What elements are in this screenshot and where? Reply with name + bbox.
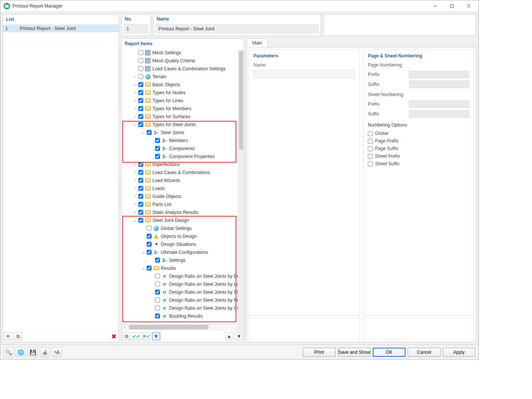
- tree-checkbox[interactable]: [155, 258, 160, 263]
- tree-item[interactable]: ψBuckling Results: [122, 312, 244, 320]
- tree-item[interactable]: ›Basic Objects: [122, 81, 244, 89]
- expander-icon[interactable]: ⌄: [132, 218, 138, 222]
- tree-checkbox[interactable]: [155, 282, 160, 287]
- tree-item[interactable]: ›Static Analysis Results: [122, 208, 244, 216]
- tree-checkbox[interactable]: [147, 242, 152, 247]
- tree-item[interactable]: ›Imperfections: [122, 160, 244, 168]
- expander-icon[interactable]: ›: [132, 170, 138, 174]
- help-icon[interactable]: 🔍: [3, 347, 13, 357]
- option-checkbox[interactable]: [368, 154, 373, 159]
- refresh-icon[interactable]: 🌐: [16, 347, 25, 357]
- delete-report-icon[interactable]: ✖: [109, 332, 118, 340]
- tree-item[interactable]: Load Cases & Combination Settings: [122, 65, 244, 73]
- tree-checkbox[interactable]: [138, 170, 143, 175]
- tree-checkbox[interactable]: [138, 98, 143, 103]
- tree-item[interactable]: ›Types for Surfaces: [122, 112, 244, 120]
- tree-checkbox[interactable]: [138, 122, 143, 127]
- numbering-option[interactable]: Global: [368, 131, 469, 136]
- tree-item[interactable]: Ɪ⎯Components: [122, 144, 244, 152]
- tree-item[interactable]: ›Terrain: [122, 73, 244, 81]
- tree-item[interactable]: ψDesign Ratio on Steel Joints by Ste: [122, 288, 244, 296]
- tree-checkbox[interactable]: [147, 250, 152, 255]
- tree-checkbox[interactable]: [138, 106, 143, 111]
- tree-checkbox[interactable]: [155, 138, 160, 143]
- maximize-button[interactable]: [443, 1, 460, 11]
- numbering-option[interactable]: Sheet Suffix: [368, 161, 469, 166]
- save-and-show-button[interactable]: Save and Show: [338, 348, 370, 357]
- expand-all-icon[interactable]: ⧉: [122, 332, 131, 340]
- tree-item[interactable]: Ɪ⎯Component Properties: [122, 152, 244, 160]
- sheet-suffix-input[interactable]: [409, 110, 469, 118]
- tree-item[interactable]: ⌄Types for Steel Joints: [122, 120, 244, 128]
- tree-checkbox[interactable]: [138, 202, 143, 207]
- option-checkbox[interactable]: [368, 139, 373, 144]
- tree-item[interactable]: Ɪ⎯Settings: [122, 256, 244, 264]
- tree-checkbox[interactable]: [138, 90, 143, 95]
- expander-icon[interactable]: ›: [132, 90, 138, 95]
- tree-checkbox[interactable]: [147, 226, 152, 231]
- option-checkbox[interactable]: [368, 146, 373, 151]
- tree-checkbox[interactable]: [138, 162, 143, 167]
- tree-checkbox[interactable]: [138, 194, 143, 199]
- tree-checkbox[interactable]: [155, 274, 160, 279]
- tree-checkbox[interactable]: [155, 154, 160, 159]
- expander-icon[interactable]: ›: [132, 210, 138, 214]
- expander-icon[interactable]: ›: [132, 114, 138, 119]
- tree-item[interactable]: ›Types for Members: [122, 104, 244, 112]
- tree-checkbox[interactable]: [147, 234, 152, 239]
- tree-item[interactable]: ›Load Cases & Combinations: [122, 168, 244, 176]
- tree-checkbox[interactable]: [138, 50, 143, 55]
- expander-icon[interactable]: ⌄: [141, 130, 146, 135]
- tree-item[interactable]: ψDesign Ratio on Steel Joints by Loa: [122, 280, 244, 288]
- tree-checkbox[interactable]: [147, 266, 152, 271]
- language-icon[interactable]: ᵡA: [52, 347, 62, 357]
- tree-checkbox[interactable]: [138, 178, 143, 183]
- check-all-icon[interactable]: ✔✔: [132, 332, 141, 340]
- tree-item[interactable]: ψDesign Ratio on Steel Joints by Des: [122, 272, 244, 280]
- tab-main[interactable]: Main: [247, 38, 268, 47]
- tree-item[interactable]: ›Parts List: [122, 200, 244, 208]
- tree-checkbox[interactable]: [138, 58, 143, 63]
- tree-checkbox[interactable]: [138, 186, 143, 191]
- option-checkbox[interactable]: [368, 131, 373, 136]
- tree-item[interactable]: Mesh Quality Criteria: [122, 57, 244, 65]
- tree-item[interactable]: Objects to Design: [122, 232, 244, 240]
- tree-item[interactable]: ψDesign Ratio on Steel Joints by No: [122, 296, 244, 304]
- tree-item[interactable]: ✦Design Situations: [122, 240, 244, 248]
- page-prefix-input[interactable]: [409, 71, 469, 78]
- tree-item[interactable]: ψDesign Ratio on Steel Joints by Cor: [122, 304, 244, 312]
- expander-icon[interactable]: ›: [132, 178, 138, 182]
- minimize-button[interactable]: [427, 1, 443, 11]
- expander-icon[interactable]: ›: [132, 74, 138, 79]
- move-up-icon[interactable]: ▲: [225, 332, 233, 340]
- tree-item[interactable]: ›Types for Nodes: [122, 89, 244, 97]
- tree-item[interactable]: ⌄Results: [122, 264, 244, 272]
- tree-item[interactable]: ⌄Ɪ⎯Steel Joints: [122, 128, 244, 136]
- tree-checkbox[interactable]: [138, 210, 143, 215]
- apply-button[interactable]: Apply: [443, 348, 475, 357]
- tree-item[interactable]: Mesh Settings: [122, 49, 244, 57]
- tree-item[interactable]: ›Guide Objects: [122, 192, 244, 200]
- tree-checkbox[interactable]: [147, 130, 152, 135]
- tree-checkbox[interactable]: [138, 66, 143, 71]
- expander-icon[interactable]: ⌄: [141, 266, 146, 270]
- expander-icon[interactable]: ›: [132, 98, 138, 103]
- name-value[interactable]: Printout Report - Steel Joint: [156, 24, 318, 33]
- print-button[interactable]: Print: [303, 348, 336, 357]
- filter-icon[interactable]: ▼: [152, 332, 160, 340]
- tree-item[interactable]: Global Settings: [122, 224, 244, 232]
- numbering-option[interactable]: Sheet Prefix: [368, 154, 469, 159]
- sheet-prefix-input[interactable]: [409, 100, 469, 108]
- tree-checkbox[interactable]: [155, 298, 160, 302]
- tree-item[interactable]: ›Load Wizards: [122, 176, 244, 184]
- page-suffix-input[interactable]: [409, 81, 469, 88]
- new-report-icon[interactable]: ✳: [4, 332, 12, 340]
- tree-checkbox[interactable]: [138, 82, 143, 87]
- expander-icon[interactable]: ⌄: [141, 250, 146, 254]
- option-checkbox[interactable]: [368, 162, 373, 166]
- tree-item[interactable]: ⌄Ɪ⎯Ultimate Configurations: [122, 248, 244, 256]
- tree-vertical-scrollbar[interactable]: [238, 49, 244, 335]
- tree-item[interactable]: ›Loads: [122, 184, 244, 192]
- print-icon[interactable]: 🖨: [40, 347, 50, 357]
- expander-icon[interactable]: ›: [132, 194, 138, 198]
